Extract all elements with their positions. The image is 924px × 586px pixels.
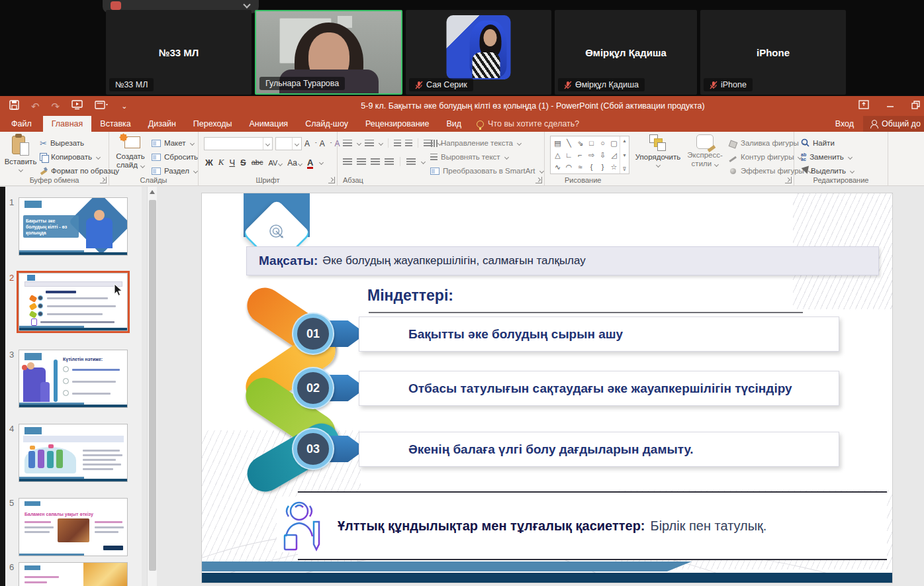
- font-name-combo[interactable]: [204, 137, 273, 150]
- tasks-title[interactable]: Міндеттері:: [367, 287, 453, 305]
- bold-button[interactable]: Ж: [205, 158, 213, 168]
- tab-animations[interactable]: Анимация: [240, 116, 297, 132]
- goal-textbox[interactable]: Мақсаты: Әке болудың жауапкершілігін, са…: [246, 246, 879, 275]
- decrease-indent-icon[interactable]: [394, 140, 401, 147]
- layout-icon: [152, 140, 161, 147]
- slide-thumbnail-3[interactable]: Күтілетін нәтиже:: [19, 350, 128, 408]
- font-color-button[interactable]: A: [307, 158, 313, 168]
- slide-canvas[interactable]: Мақсаты: Әке болудың жауапкершілігін, са…: [202, 193, 892, 583]
- thumbnail-scrollbar[interactable]: [147, 187, 157, 586]
- target-icon: [267, 222, 287, 242]
- slide-layout-icon[interactable]: [95, 100, 109, 112]
- shapes-scrollbar[interactable]: ▴▾⊽: [620, 136, 629, 173]
- group-slides: Создать слайд Макет Сбросить Раздел Слай…: [109, 132, 199, 186]
- participant-tile[interactable]: №33 МЛ №33 МЛ: [106, 10, 252, 95]
- window-title: 5-9 кл. Бақытты әке болудың кілті өз қол…: [361, 96, 704, 116]
- scroll-up-arrow-icon[interactable]: [150, 190, 155, 194]
- tab-insert[interactable]: Вставка: [91, 116, 139, 132]
- drawing-dialog-launcher[interactable]: [785, 177, 792, 183]
- thumbnail-number: 2: [9, 273, 14, 283]
- scrollbar-thumb[interactable]: [149, 200, 156, 571]
- participant-tile[interactable]: Өмірқұл Қадиша Өмірқұл Қадиша: [555, 10, 697, 95]
- task-number-1: 01: [293, 314, 333, 354]
- grow-font-button[interactable]: Аˆ: [304, 139, 317, 148]
- participant-tile-active-speaker[interactable]: Гульнара Турарова: [255, 10, 402, 95]
- tab-slideshow[interactable]: Слайд-шоу: [297, 116, 357, 132]
- minimize-icon[interactable]: [886, 100, 894, 112]
- italic-button[interactable]: К: [218, 157, 224, 168]
- shrink-font-button[interactable]: Аˇ: [320, 139, 332, 148]
- expand-caret-icon[interactable]: [243, 1, 250, 8]
- participant-tile[interactable]: Сая Серик: [406, 10, 551, 95]
- paste-button[interactable]: Вставить: [4, 134, 37, 171]
- quick-styles-button[interactable]: Экспресс- стили: [684, 134, 726, 168]
- restore-icon[interactable]: [911, 100, 920, 112]
- thumbnail-title: Баламен сапалы уақыт өткізу: [24, 512, 93, 516]
- shapes-gallery[interactable]: ▤╲⇘□○▢ △∟⌐⇨⇩◿ ∿◠≈{}☆ ▴▾⊽: [550, 136, 629, 174]
- align-left-icon[interactable]: [343, 158, 352, 166]
- section-button[interactable]: Раздел: [152, 165, 198, 177]
- undo-icon[interactable]: ↶: [31, 101, 40, 111]
- tab-review[interactable]: Рецензирование: [357, 116, 438, 132]
- justify-icon[interactable]: [385, 158, 394, 166]
- character-spacing-button[interactable]: AV: [268, 158, 282, 168]
- task-item-2[interactable]: Отбасы татулығын сақтаудағы әке жауапкер…: [359, 371, 839, 406]
- cut-button[interactable]: ✂Вырезать: [40, 137, 119, 149]
- new-slide-button[interactable]: Создать слайд: [112, 134, 149, 170]
- bullets-icon[interactable]: [343, 140, 352, 147]
- ribbon-tab-row: Файл Главная Вставка Дизайн Переходы Ани…: [0, 116, 924, 132]
- tab-design[interactable]: Дизайн: [140, 116, 185, 132]
- tab-home[interactable]: Главная: [43, 116, 92, 132]
- text-direction-button[interactable]: Направление текста: [430, 137, 543, 149]
- share-button[interactable]: Общий до: [863, 116, 924, 132]
- replace-button[interactable]: abасЗаменить: [801, 151, 854, 163]
- start-slideshow-icon[interactable]: [71, 100, 83, 113]
- sign-in-button[interactable]: Вход: [826, 116, 863, 132]
- tab-file[interactable]: Файл: [0, 116, 43, 132]
- increase-indent-icon[interactable]: [405, 140, 412, 147]
- slide-thumbnail-2-selected[interactable]: [19, 273, 128, 331]
- paragraph-dialog-launcher[interactable]: [535, 177, 542, 183]
- tell-me-box[interactable]: Что вы хотите сделать?: [470, 116, 586, 132]
- tasks-underline: [369, 312, 803, 313]
- task-item-3[interactable]: Әкенің балаға үлгі болу дағдыларын дамыт…: [359, 432, 839, 467]
- layout-button[interactable]: Макет: [152, 137, 198, 149]
- change-case-button[interactable]: Aa: [287, 158, 302, 168]
- slide-thumbnail-4[interactable]: [19, 424, 128, 482]
- numbering-icon[interactable]: [365, 140, 374, 147]
- tab-view[interactable]: Вид: [438, 116, 470, 132]
- redo-icon[interactable]: ↷: [52, 101, 60, 111]
- slide-thumbnail-1[interactable]: Бақытты әке болудың кілті - өз қолыңда: [19, 197, 128, 256]
- task-item-1[interactable]: Бақытты әке болудың сырын ашу: [359, 317, 839, 352]
- align-text-button[interactable]: Выровнять текст: [430, 151, 543, 163]
- tab-transitions[interactable]: Переходы: [185, 116, 241, 132]
- slide-thumbnail-5[interactable]: Баламен сапалы уақыт өткізу: [19, 498, 128, 556]
- font-size-combo[interactable]: [275, 137, 302, 150]
- participant-tile[interactable]: iPhone iPhone: [700, 10, 846, 95]
- editing-area: 1 Бақытты әке болудың кілті - өз қолыңда…: [0, 187, 924, 586]
- ribbon-display-options-icon[interactable]: [858, 100, 869, 112]
- format-painter-button[interactable]: Формат по образцу: [40, 165, 119, 177]
- underline-button[interactable]: Ч: [229, 158, 235, 168]
- align-right-icon[interactable]: [371, 158, 380, 166]
- values-label: Ұлттық құндылықтар мен тұлғалық қасиетте…: [338, 518, 645, 534]
- participant-name: №33 МЛ: [106, 47, 252, 58]
- thumbnail-number: 6: [9, 562, 14, 572]
- copy-button[interactable]: Копировать: [40, 151, 119, 163]
- clipboard-dialog-launcher[interactable]: [100, 177, 107, 183]
- customize-qat-icon[interactable]: ⌄: [121, 103, 127, 110]
- align-text-icon: [430, 154, 438, 161]
- arrange-button[interactable]: Упорядочить: [633, 134, 682, 167]
- reset-button[interactable]: Сбросить: [152, 151, 198, 163]
- strikethrough-button[interactable]: abc: [252, 158, 263, 166]
- convert-smartart-button[interactable]: Преобразовать в SmartArt: [430, 165, 543, 177]
- find-button[interactable]: Найти: [801, 137, 854, 149]
- font-dialog-launcher[interactable]: [328, 177, 335, 183]
- shadow-button[interactable]: S: [240, 158, 246, 168]
- slide-thumbnail-6[interactable]: [19, 562, 128, 586]
- group-drawing: ▤╲⇘□○▢ △∟⌐⇨⇩◿ ∿◠≈{}☆ ▴▾⊽ Упорядочить Экс…: [545, 132, 794, 186]
- select-button[interactable]: Выделить: [801, 165, 854, 177]
- columns-icon[interactable]: [406, 158, 416, 166]
- save-icon[interactable]: [9, 100, 19, 113]
- align-center-icon[interactable]: [357, 158, 366, 166]
